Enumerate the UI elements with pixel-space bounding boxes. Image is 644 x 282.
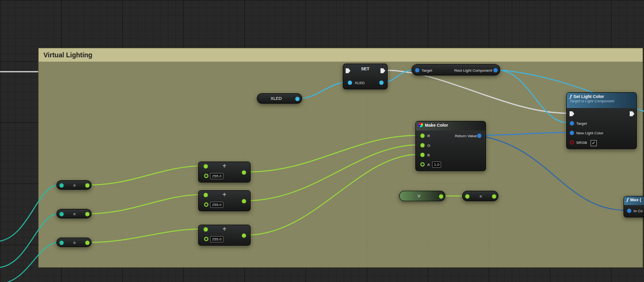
wire-divide3-to-b[interactable] [246,154,419,235]
set-light-color-title: Set Light Color [573,94,604,99]
wire-pill3-to-divide3[interactable] [89,229,203,242]
node-set-xled[interactable]: SET XLED [343,64,388,89]
conversion-output-pin[interactable] [85,212,90,217]
wire-layer [0,0,644,282]
srgb-pin[interactable] [570,141,574,145]
color-wheel-icon [419,123,423,127]
rect-light-component-label: Rect Light Component [454,68,492,73]
wire-divide2-to-g[interactable] [246,145,419,201]
max-header[interactable]: ƒMax ( [624,196,644,205]
conversion-input-pin[interactable] [60,184,64,188]
divide-b-value-input[interactable]: 255.0 [210,173,223,179]
a-value-input[interactable]: 1.0 [432,162,441,168]
wire-teal-3[interactable] [0,242,59,282]
divide-b-value-input[interactable]: 255.0 [210,202,223,208]
node-max[interactable]: ƒMax ( In Co [623,196,644,217]
conversion-dot-icon [74,213,76,216]
wire-rectlight-to-target-pin[interactable] [497,70,569,123]
function-icon: ƒ [570,94,571,99]
node-conversion-pill-4[interactable] [462,191,498,201]
divide-output-pin[interactable] [242,171,246,175]
target-pin[interactable] [570,121,574,126]
conversion-input-pin[interactable] [60,212,64,217]
node-divide-2[interactable]: ÷ 255.0 [198,190,251,211]
set-light-color-header[interactable]: ƒSet Light Color Target is Light Compone… [567,93,636,108]
new-light-color-pin[interactable] [570,131,574,135]
wire-teal-1[interactable] [0,185,59,241]
conversion-output-pin[interactable] [85,241,90,245]
node-conversion-pill-3[interactable] [56,238,92,247]
conversion-dot-icon [74,242,76,244]
divide-b-pin[interactable] [204,237,209,241]
in-color-pin[interactable] [627,209,632,213]
xled-input-pin[interactable] [348,81,352,85]
wire-xled-to-set[interactable] [299,82,347,98]
srgb-checkbox[interactable]: ✓ [591,140,597,146]
wire-pill1-to-divide1[interactable] [89,166,203,185]
v-getter-label: V [400,191,438,201]
divide-b-value-input[interactable]: 255.0 [210,236,223,242]
wire-teal-2[interactable] [0,214,59,268]
conversion-dot-icon [74,184,76,187]
conversion-input-pin[interactable] [465,195,470,199]
divide-output-pin[interactable] [242,199,246,204]
set-light-color-subtitle: Target is Light Component [570,99,633,103]
node-conversion-pill-2[interactable] [56,209,92,218]
xled-input-label: XLED [355,81,365,85]
conversion-dot-icon [480,195,482,198]
divide-a-pin[interactable] [204,193,208,197]
conversion-output-pin[interactable] [85,184,90,188]
b-pin[interactable] [421,153,425,157]
node-conversion-pill-1[interactable] [56,180,92,190]
wire-makecolor-to-newlightcolor[interactable] [481,132,569,135]
wire-pill2-to-divide2[interactable] [89,195,203,214]
rect-light-component-output-pin[interactable] [494,68,498,73]
r-pin[interactable] [421,134,425,138]
node-set-light-color[interactable]: ƒSet Light Color Target is Light Compone… [566,92,637,149]
g-pin-label: G [427,143,430,148]
b-pin-label: B [427,153,430,157]
divide-b-pin[interactable] [204,203,209,207]
r-pin-label: R [427,134,430,138]
divide-output-pin[interactable] [242,234,246,238]
return-value-pin[interactable] [477,134,482,138]
target-input-pin[interactable] [415,68,420,73]
in-color-pin-label: In Co [633,209,643,213]
target-input-label: Target [422,68,432,73]
xled-output-pin[interactable] [380,81,384,85]
xled-getter-label: XLED [257,94,295,103]
a-pin-label: A [427,163,430,167]
divide-a-pin[interactable] [204,228,208,232]
new-light-color-pin-label: New Light Color [576,131,603,135]
exec-out-pin[interactable] [630,111,634,117]
node-v-getter[interactable]: V [399,191,445,201]
wire-set-to-target[interactable] [383,70,414,82]
node-divide-1[interactable]: ÷ 255.0 [198,162,251,183]
target-pin-label: Target [576,121,587,126]
make-color-title: Make Color [425,123,448,128]
return-value-label: Return Value [455,134,477,138]
g-pin[interactable] [421,143,425,148]
v-getter-output-pin[interactable] [439,195,443,199]
blueprint-canvas[interactable]: Virtual Lighting SET XLED XLED [0,0,644,282]
wire-divide1-to-r[interactable] [246,135,419,172]
divide-a-pin[interactable] [204,164,208,169]
conversion-input-pin[interactable] [60,241,64,245]
node-rect-light-component[interactable]: Target Rect Light Component [412,64,500,76]
max-title: Max ( [630,197,641,202]
node-divide-3[interactable]: ÷ 255.0 [198,225,251,246]
make-color-header[interactable]: Make Color [416,121,486,130]
function-icon: ƒ [626,197,628,202]
divide-b-pin[interactable] [204,174,209,178]
a-pin[interactable] [421,163,425,167]
xled-getter-output-pin[interactable] [296,97,300,101]
node-xled-getter[interactable]: XLED [257,93,302,104]
srgb-pin-label: SRGB [576,141,587,145]
node-make-color[interactable]: Make Color R G B A 1.0 Return Value [415,121,486,171]
conversion-output-pin[interactable] [492,195,496,199]
exec-in-pin[interactable] [570,111,574,117]
